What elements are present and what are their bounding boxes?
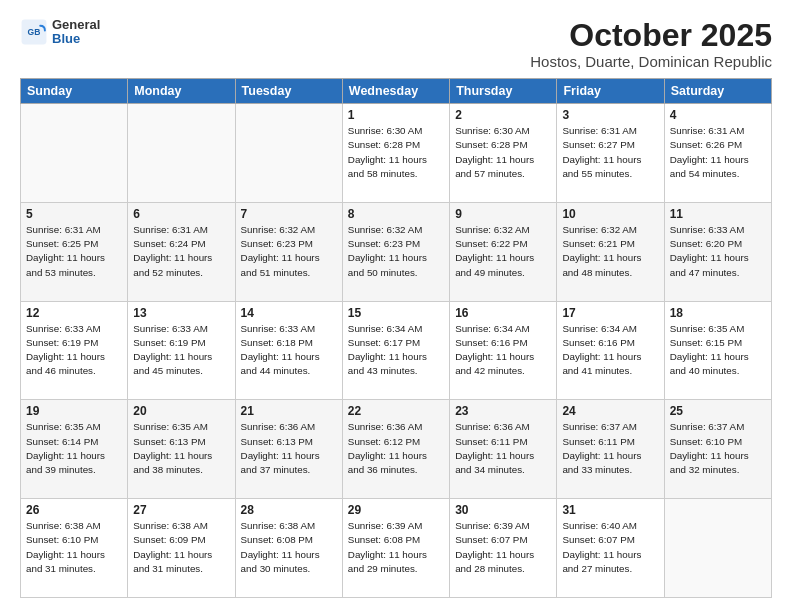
calendar-day-24: 24Sunrise: 6:37 AM Sunset: 6:11 PM Dayli… [557, 400, 664, 499]
day-info: Sunrise: 6:33 AM Sunset: 6:20 PM Dayligh… [670, 223, 766, 280]
day-number: 14 [241, 306, 337, 320]
weekday-header-monday: Monday [128, 79, 235, 104]
day-number: 29 [348, 503, 444, 517]
day-number: 9 [455, 207, 551, 221]
day-info: Sunrise: 6:31 AM Sunset: 6:27 PM Dayligh… [562, 124, 658, 181]
day-info: Sunrise: 6:32 AM Sunset: 6:21 PM Dayligh… [562, 223, 658, 280]
day-info: Sunrise: 6:36 AM Sunset: 6:11 PM Dayligh… [455, 420, 551, 477]
day-number: 27 [133, 503, 229, 517]
calendar-day-15: 15Sunrise: 6:34 AM Sunset: 6:17 PM Dayli… [342, 301, 449, 400]
day-number: 17 [562, 306, 658, 320]
day-info: Sunrise: 6:34 AM Sunset: 6:17 PM Dayligh… [348, 322, 444, 379]
day-info: Sunrise: 6:30 AM Sunset: 6:28 PM Dayligh… [455, 124, 551, 181]
day-info: Sunrise: 6:38 AM Sunset: 6:08 PM Dayligh… [241, 519, 337, 576]
calendar-day-17: 17Sunrise: 6:34 AM Sunset: 6:16 PM Dayli… [557, 301, 664, 400]
calendar-day-23: 23Sunrise: 6:36 AM Sunset: 6:11 PM Dayli… [450, 400, 557, 499]
logo: GB General Blue [20, 18, 100, 47]
calendar-week-row: 5Sunrise: 6:31 AM Sunset: 6:25 PM Daylig… [21, 202, 772, 301]
calendar-header-row: SundayMondayTuesdayWednesdayThursdayFrid… [21, 79, 772, 104]
weekday-header-friday: Friday [557, 79, 664, 104]
day-number: 3 [562, 108, 658, 122]
empty-day-cell [21, 104, 128, 203]
day-number: 31 [562, 503, 658, 517]
calendar-day-16: 16Sunrise: 6:34 AM Sunset: 6:16 PM Dayli… [450, 301, 557, 400]
calendar-week-row: 12Sunrise: 6:33 AM Sunset: 6:19 PM Dayli… [21, 301, 772, 400]
calendar-week-row: 26Sunrise: 6:38 AM Sunset: 6:10 PM Dayli… [21, 499, 772, 598]
day-info: Sunrise: 6:31 AM Sunset: 6:24 PM Dayligh… [133, 223, 229, 280]
calendar-day-26: 26Sunrise: 6:38 AM Sunset: 6:10 PM Dayli… [21, 499, 128, 598]
logo-blue: Blue [52, 32, 100, 46]
day-info: Sunrise: 6:38 AM Sunset: 6:09 PM Dayligh… [133, 519, 229, 576]
calendar-day-3: 3Sunrise: 6:31 AM Sunset: 6:27 PM Daylig… [557, 104, 664, 203]
month-title: October 2025 [530, 18, 772, 53]
calendar-day-12: 12Sunrise: 6:33 AM Sunset: 6:19 PM Dayli… [21, 301, 128, 400]
logo-general: General [52, 18, 100, 32]
day-number: 25 [670, 404, 766, 418]
day-info: Sunrise: 6:36 AM Sunset: 6:13 PM Dayligh… [241, 420, 337, 477]
calendar-day-30: 30Sunrise: 6:39 AM Sunset: 6:07 PM Dayli… [450, 499, 557, 598]
day-number: 12 [26, 306, 122, 320]
day-info: Sunrise: 6:31 AM Sunset: 6:26 PM Dayligh… [670, 124, 766, 181]
day-info: Sunrise: 6:33 AM Sunset: 6:19 PM Dayligh… [133, 322, 229, 379]
day-number: 22 [348, 404, 444, 418]
day-number: 18 [670, 306, 766, 320]
day-number: 4 [670, 108, 766, 122]
calendar-day-19: 19Sunrise: 6:35 AM Sunset: 6:14 PM Dayli… [21, 400, 128, 499]
day-number: 16 [455, 306, 551, 320]
calendar-day-7: 7Sunrise: 6:32 AM Sunset: 6:23 PM Daylig… [235, 202, 342, 301]
day-number: 23 [455, 404, 551, 418]
calendar-day-18: 18Sunrise: 6:35 AM Sunset: 6:15 PM Dayli… [664, 301, 771, 400]
calendar-week-row: 1Sunrise: 6:30 AM Sunset: 6:28 PM Daylig… [21, 104, 772, 203]
weekday-header-wednesday: Wednesday [342, 79, 449, 104]
day-number: 21 [241, 404, 337, 418]
calendar-day-25: 25Sunrise: 6:37 AM Sunset: 6:10 PM Dayli… [664, 400, 771, 499]
day-number: 1 [348, 108, 444, 122]
empty-day-cell [235, 104, 342, 203]
weekday-header-sunday: Sunday [21, 79, 128, 104]
day-info: Sunrise: 6:39 AM Sunset: 6:08 PM Dayligh… [348, 519, 444, 576]
calendar-day-9: 9Sunrise: 6:32 AM Sunset: 6:22 PM Daylig… [450, 202, 557, 301]
title-block: October 2025 Hostos, Duarte, Dominican R… [530, 18, 772, 70]
day-number: 19 [26, 404, 122, 418]
svg-text:GB: GB [28, 27, 41, 37]
day-info: Sunrise: 6:35 AM Sunset: 6:14 PM Dayligh… [26, 420, 122, 477]
day-number: 13 [133, 306, 229, 320]
day-info: Sunrise: 6:31 AM Sunset: 6:25 PM Dayligh… [26, 223, 122, 280]
calendar-week-row: 19Sunrise: 6:35 AM Sunset: 6:14 PM Dayli… [21, 400, 772, 499]
day-info: Sunrise: 6:39 AM Sunset: 6:07 PM Dayligh… [455, 519, 551, 576]
day-number: 24 [562, 404, 658, 418]
empty-day-cell [664, 499, 771, 598]
day-number: 2 [455, 108, 551, 122]
calendar-day-20: 20Sunrise: 6:35 AM Sunset: 6:13 PM Dayli… [128, 400, 235, 499]
day-info: Sunrise: 6:34 AM Sunset: 6:16 PM Dayligh… [455, 322, 551, 379]
day-number: 6 [133, 207, 229, 221]
day-info: Sunrise: 6:32 AM Sunset: 6:23 PM Dayligh… [241, 223, 337, 280]
calendar-day-11: 11Sunrise: 6:33 AM Sunset: 6:20 PM Dayli… [664, 202, 771, 301]
location-title: Hostos, Duarte, Dominican Republic [530, 53, 772, 70]
day-info: Sunrise: 6:35 AM Sunset: 6:15 PM Dayligh… [670, 322, 766, 379]
day-info: Sunrise: 6:37 AM Sunset: 6:10 PM Dayligh… [670, 420, 766, 477]
calendar-body: 1Sunrise: 6:30 AM Sunset: 6:28 PM Daylig… [21, 104, 772, 598]
empty-day-cell [128, 104, 235, 203]
day-number: 20 [133, 404, 229, 418]
weekday-header-tuesday: Tuesday [235, 79, 342, 104]
day-number: 15 [348, 306, 444, 320]
day-info: Sunrise: 6:35 AM Sunset: 6:13 PM Dayligh… [133, 420, 229, 477]
day-number: 30 [455, 503, 551, 517]
day-number: 5 [26, 207, 122, 221]
day-number: 7 [241, 207, 337, 221]
calendar-day-6: 6Sunrise: 6:31 AM Sunset: 6:24 PM Daylig… [128, 202, 235, 301]
day-number: 10 [562, 207, 658, 221]
calendar-day-10: 10Sunrise: 6:32 AM Sunset: 6:21 PM Dayli… [557, 202, 664, 301]
day-info: Sunrise: 6:34 AM Sunset: 6:16 PM Dayligh… [562, 322, 658, 379]
day-number: 28 [241, 503, 337, 517]
weekday-header-thursday: Thursday [450, 79, 557, 104]
calendar-day-28: 28Sunrise: 6:38 AM Sunset: 6:08 PM Dayli… [235, 499, 342, 598]
calendar-day-22: 22Sunrise: 6:36 AM Sunset: 6:12 PM Dayli… [342, 400, 449, 499]
day-info: Sunrise: 6:37 AM Sunset: 6:11 PM Dayligh… [562, 420, 658, 477]
calendar-day-4: 4Sunrise: 6:31 AM Sunset: 6:26 PM Daylig… [664, 104, 771, 203]
calendar-day-27: 27Sunrise: 6:38 AM Sunset: 6:09 PM Dayli… [128, 499, 235, 598]
calendar-day-21: 21Sunrise: 6:36 AM Sunset: 6:13 PM Dayli… [235, 400, 342, 499]
calendar-day-2: 2Sunrise: 6:30 AM Sunset: 6:28 PM Daylig… [450, 104, 557, 203]
day-info: Sunrise: 6:32 AM Sunset: 6:23 PM Dayligh… [348, 223, 444, 280]
